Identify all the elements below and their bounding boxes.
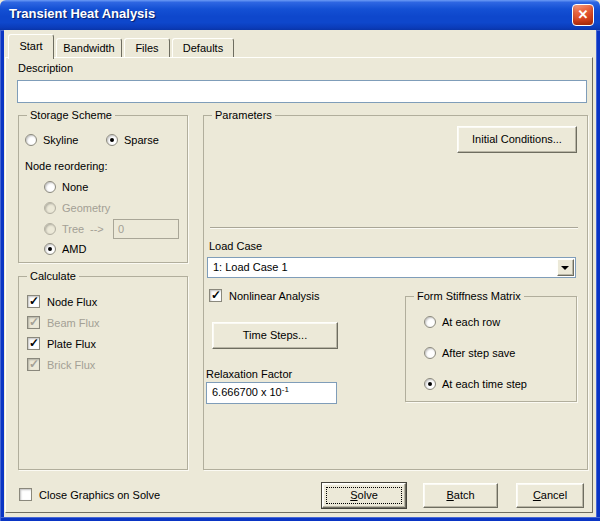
geometry-radio xyxy=(44,202,56,214)
load-case-combobox[interactable]: 1: Load Case 1 xyxy=(207,257,576,278)
tree-radio xyxy=(44,223,56,235)
time-steps-button[interactable]: Time Steps... xyxy=(212,322,338,349)
window-frame-right xyxy=(596,30,600,517)
tab-files-label: Files xyxy=(125,39,169,57)
at-each-time-step-radio[interactable] xyxy=(424,378,436,390)
titlebar[interactable]: Transient Heat Analysis ✕ xyxy=(0,0,600,30)
tree-label: Tree xyxy=(62,223,84,236)
amd-label: AMD xyxy=(62,243,86,256)
form-stiffness-legend: Form Stiffness Matrix xyxy=(414,289,524,303)
load-case-dropdown-button[interactable] xyxy=(557,259,574,276)
tab-bandwidth-label: Bandwidth xyxy=(57,39,121,57)
description-input[interactable] xyxy=(17,80,587,103)
nonlinear-analysis-checkbox[interactable] xyxy=(209,289,222,302)
batch-button-label: Batch xyxy=(424,484,497,507)
relaxation-factor-exponent: -1 xyxy=(282,385,289,394)
time-steps-button-label: Time Steps... xyxy=(213,323,337,348)
close-graphics-label: Close Graphics on Solve xyxy=(39,489,160,502)
cancel-button-label: Cancel xyxy=(517,484,583,507)
plate-flux-checkbox[interactable] xyxy=(27,337,40,350)
calculate-legend: Calculate xyxy=(27,269,79,283)
calculate-group: Calculate xyxy=(18,276,188,470)
window-frame-bottom xyxy=(0,517,600,521)
at-each-time-step-label: At each time step xyxy=(442,378,527,391)
tab-bandwidth[interactable]: Bandwidth xyxy=(56,38,122,57)
initial-conditions-button[interactable]: Initial Conditions... xyxy=(457,126,577,153)
window-frame-left xyxy=(0,30,4,517)
nonlinear-analysis-label: Nonlinear Analysis xyxy=(229,290,320,303)
tab-start-label: Start xyxy=(9,35,53,58)
chevron-down-icon xyxy=(561,266,569,270)
cancel-button[interactable]: Cancel xyxy=(516,483,584,508)
solve-button[interactable]: Solve xyxy=(322,483,406,508)
load-case-label: Load Case xyxy=(209,240,262,253)
tree-value-input xyxy=(113,219,179,239)
tab-files[interactable]: Files xyxy=(124,38,170,57)
amd-radio[interactable] xyxy=(44,243,56,255)
storage-scheme-legend: Storage Scheme xyxy=(27,108,115,122)
initial-conditions-button-label: Initial Conditions... xyxy=(458,127,576,152)
sparse-radio[interactable] xyxy=(106,134,118,146)
relaxation-factor-input[interactable]: 6.666700 x 10-1 xyxy=(206,382,337,404)
brick-flux-label: Brick Flux xyxy=(47,359,95,372)
tab-start[interactable]: Start xyxy=(8,34,54,59)
relaxation-factor-label: Relaxation Factor xyxy=(206,368,292,381)
after-step-save-radio[interactable] xyxy=(424,347,436,359)
plate-flux-label: Plate Flux xyxy=(47,338,96,351)
solve-button-focus xyxy=(326,487,402,504)
beam-flux-checkbox xyxy=(27,316,40,329)
close-button[interactable]: ✕ xyxy=(572,4,594,26)
node-flux-label: Node Flux xyxy=(47,296,97,309)
tab-defaults[interactable]: Defaults xyxy=(172,38,234,57)
skyline-radio[interactable] xyxy=(25,134,37,146)
geometry-label: Geometry xyxy=(62,202,110,215)
node-flux-checkbox[interactable] xyxy=(27,295,40,308)
after-step-save-label: After step save xyxy=(442,347,515,360)
dialog-transient-heat-analysis: Transient Heat Analysis ✕ Start Bandwidt… xyxy=(0,0,600,521)
tab-defaults-label: Defaults xyxy=(173,39,233,57)
at-each-row-label: At each row xyxy=(442,316,500,329)
close-icon: ✕ xyxy=(578,7,589,22)
beam-flux-label: Beam Flux xyxy=(47,317,100,330)
parameters-legend: Parameters xyxy=(212,108,275,122)
relaxation-factor-value: 6.666700 x 10 xyxy=(212,386,282,398)
description-label: Description xyxy=(18,62,73,75)
load-case-value: 1: Load Case 1 xyxy=(213,261,288,273)
parameters-separator xyxy=(210,227,578,229)
at-each-row-radio[interactable] xyxy=(424,316,436,328)
skyline-label: Skyline xyxy=(43,134,78,147)
sparse-label: Sparse xyxy=(124,134,159,147)
none-radio[interactable] xyxy=(44,181,56,193)
batch-button[interactable]: Batch xyxy=(423,483,498,508)
brick-flux-checkbox xyxy=(27,358,40,371)
close-graphics-checkbox[interactable] xyxy=(19,488,32,501)
none-label: None xyxy=(62,181,88,194)
node-reordering-label: Node reordering: xyxy=(25,160,108,173)
window-title: Transient Heat Analysis xyxy=(9,6,155,21)
tree-arrow-label: --> xyxy=(90,223,104,236)
